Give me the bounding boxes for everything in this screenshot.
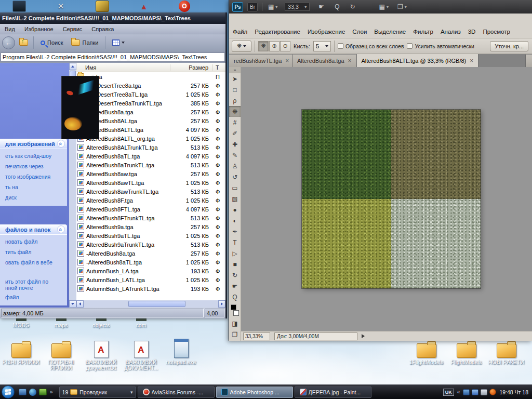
menu-item[interactable]: Слои [349,29,370,35]
quicklaunch-globe-icon[interactable] [29,389,36,396]
tray-update-icon[interactable] [489,389,496,395]
foreground-color-swatch[interactable] [231,304,236,310]
file-row[interactable]: AF_DesertTree8aTL.tga 1 025 КБ Ф [76,90,225,99]
gradient-tool[interactable]: ▧ [229,193,241,204]
zoom-tool[interactable]: Q [229,291,241,302]
scrollbar-thumb[interactable] [128,301,185,307]
file-row[interactable]: mörka П [76,72,225,81]
marquee-tool[interactable]: □ [229,84,241,95]
task-link[interactable]: того изображения [5,174,65,180]
column-header-type[interactable]: Т [213,64,225,71]
healing-brush-tool[interactable]: ✚ [229,139,241,150]
canvas-area[interactable] [241,67,532,341]
scrollbar-track[interactable] [84,300,218,308]
document-tab[interactable]: AlteredBush8a.tga × [292,55,357,67]
scroll-right-button[interactable] [218,300,225,308]
scroll-left-button[interactable] [76,300,84,308]
file-row[interactable]: AlteredBush8AL.tga 257 КБ Ф [76,116,225,125]
file-row[interactable]: AF_DesertTree8a.tga 257 КБ Ф [76,81,225,90]
menu-item[interactable]: Изображение [304,29,349,35]
menu-item[interactable]: Анализ [437,29,464,35]
sample-all-layers-checkbox[interactable]: Образец со всех слоев [338,43,404,49]
brush-size-select[interactable]: 5 [313,41,331,51]
red-doc-icon[interactable]: ▲ [137,1,151,12]
bridge-button[interactable]: Br [247,3,258,11]
tray-display-icon[interactable] [463,389,470,395]
column-header-name[interactable]: Имя [76,64,170,71]
task-link[interactable]: новать файл [5,239,65,245]
rotate-view-tool[interactable]: ↻ [229,270,241,281]
address-input[interactable]: Program Files\IL-2 Complete Edition\#SAS… [1,52,225,62]
file-row[interactable]: AutumnBush_LATL.tga 1 025 КБ Ф [76,275,225,284]
dodge-tool[interactable]: ◐ [229,215,241,226]
task-link[interactable]: диск [5,195,65,201]
task-link[interactable]: тить файл [5,249,65,255]
menu-item[interactable]: Выделение [370,29,409,35]
menu-item[interactable]: Файл [229,29,251,35]
clone-stamp-tool[interactable]: ♙ [229,161,241,171]
file-row[interactable]: AlteredBush8F.tga 1 025 КБ Ф [76,196,225,205]
tray-collapse-chevron[interactable]: « [457,389,460,395]
desktop-shortcut[interactable]: maps [41,318,81,328]
back-button[interactable] [2,36,15,49]
tab-close-icon[interactable]: × [470,57,473,64]
menu-item[interactable]: Редактирование [251,29,304,35]
background-color-swatch[interactable] [233,310,239,316]
tray-gpu-icon[interactable] [481,389,487,395]
zoom-level-field[interactable]: 33,33% [243,332,270,340]
menu-item[interactable]: Фильтр [409,29,437,35]
file-row[interactable]: AlteredBush8ALTL_org.tga 1 025 КБ Ф [76,134,225,143]
desktop-shortcut[interactable]: MODS [1,318,41,328]
file-row[interactable]: AlteredBush9aTrunkTL.tga 513 КБ Ф [76,240,225,249]
horizontal-scrollbar[interactable] [76,300,225,308]
explorer-titlebar[interactable]: Files\IL-2 Complete Edition\#SAS\!!!_01_… [0,12,225,24]
eraser-tool[interactable]: ▭ [229,182,241,193]
desktop-shortcut[interactable]: objects [81,318,121,328]
move-tool[interactable]: ➤ [229,73,241,84]
new-selection-button[interactable]: ❋ [258,41,269,51]
brush-tool[interactable]: ✎ [229,150,241,161]
desktop-shortcut[interactable]: com [121,318,161,328]
task-group-header[interactable]: файлов и папок [0,224,67,234]
desktop-shortcut[interactable]: ПОТРІБНІ ЯРЛИКИ [41,340,81,371]
desktop-shortcut[interactable]: FlightModels [446,340,486,365]
task-group-header[interactable]: для изображений [0,139,67,149]
file-row[interactable]: AlteredBush9aTL.tga 1 025 КБ Ф [76,231,225,240]
refine-edge-button[interactable]: Уточн. кр... [490,41,528,51]
tools-collapse-button[interactable]: » [229,67,241,73]
search-button[interactable]: Поиск [38,38,65,47]
quicklaunch-display-icon[interactable] [19,389,26,395]
desktop-shortcut[interactable]: НОВІ РАКЕТИ [486,340,526,365]
auto-enhance-checkbox[interactable]: Усилить автоматически [407,43,474,49]
menu-item[interactable]: Вид [0,26,20,32]
file-row[interactable]: AlteredBush8aTrunkTL.tga 513 КБ Ф [76,161,225,169]
menu-item[interactable]: Справка [87,26,118,32]
tray-network-icon[interactable] [472,389,478,395]
taskbar-button[interactable]: AviaSkins.Forums -... [138,387,215,398]
collapse-chevron-icon[interactable] [57,225,65,233]
task-link[interactable]: овать файл в вебе [5,260,65,265]
pen-tool[interactable]: ✒ [229,226,241,237]
taskbar-button[interactable]: Adobe Photoshop ... [216,387,293,398]
partial-tab[interactable] [525,55,532,67]
color-swatches[interactable] [229,303,241,317]
file-row[interactable]: AF_DesertTree8aTrunkTL.tga 385 КБ Ф [76,99,225,108]
menu-item[interactable]: Просмотр [479,29,514,35]
file-row[interactable]: AutumnBush_LA.tga 193 КБ Ф [76,267,225,275]
my-computer-icon[interactable] [12,1,26,12]
quicklaunch-overflow-button[interactable]: » [49,389,54,395]
file-row[interactable]: -AlteredBush8aTL.tga 1 025 КБ Ф [76,258,225,267]
hand-tool-button[interactable]: ☛ [317,3,326,10]
add-selection-button[interactable]: ⊕ [269,41,280,51]
file-row[interactable]: AlteredBush8a.tga 257 КБ Ф [76,108,225,116]
tab-close-icon[interactable]: × [285,57,289,64]
file-row[interactable]: AlteredBush8FTL.tga 4 097 КБ Ф [76,205,225,214]
file-row[interactable]: AlteredBush8ALTL.tga 4 097 КБ Ф [76,125,225,134]
scroll-up-button[interactable] [69,63,76,70]
screen-mode-button[interactable]: ❐ ▾ [396,3,407,10]
file-row[interactable]: AutumnBush_LATrunkTL.tga 193 КБ Ф [76,284,225,293]
zoom-tool-button[interactable]: Q [333,3,341,10]
type-tool[interactable]: T [229,237,241,248]
file-row[interactable]: -AlteredBush8a.tga 257 КБ Ф [76,249,225,258]
views-button[interactable] [110,38,127,47]
